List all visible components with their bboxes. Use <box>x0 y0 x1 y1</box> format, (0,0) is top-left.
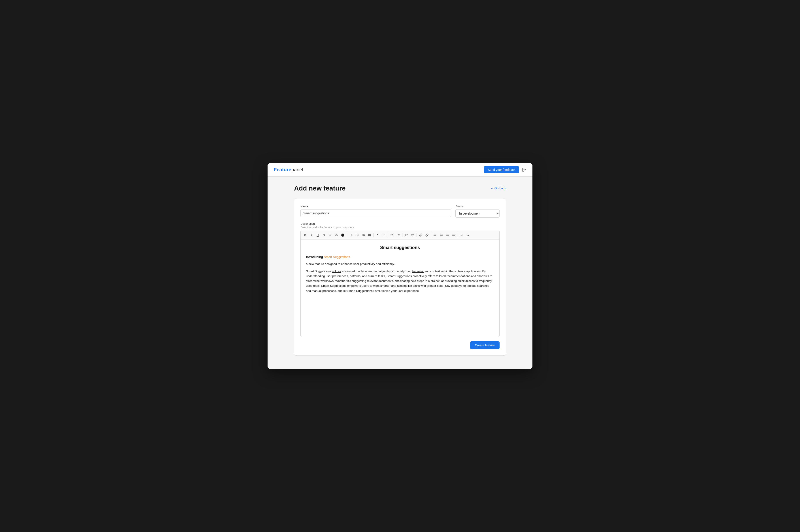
align-left-button[interactable] <box>432 232 438 238</box>
toolbar-sep-3 <box>388 233 388 237</box>
svg-rect-20 <box>446 234 449 234</box>
h3-button[interactable]: H3 <box>361 232 366 238</box>
color-dot <box>341 233 344 236</box>
ordered-list-button[interactable]: 123 <box>395 232 401 238</box>
form-card: Name Status In development Planned Launc… <box>294 198 506 356</box>
svg-rect-19 <box>440 235 443 236</box>
editor-intro: Introducing Smart Suggestions <box>306 254 494 259</box>
svg-rect-9 <box>398 236 400 236</box>
logo-panel-text: panel <box>291 167 303 172</box>
svg-rect-15 <box>434 235 436 235</box>
svg-rect-7 <box>398 234 400 235</box>
color-button[interactable] <box>340 232 346 238</box>
svg-rect-21 <box>447 235 449 235</box>
clear-format-button[interactable]: T̶ <box>327 232 333 238</box>
logout-icon[interactable] <box>522 168 526 172</box>
toolbar-sep-2 <box>374 233 374 237</box>
page-content: Add new feature ← Go back Name Status In… <box>268 176 532 369</box>
description-hint: Describe briefly the feature to your cus… <box>301 226 499 229</box>
description-section: Description Describe briefly the feature… <box>301 222 499 337</box>
svg-rect-14 <box>434 234 436 234</box>
status-label: Status <box>455 205 499 208</box>
svg-rect-23 <box>452 234 455 234</box>
logo-feature-text: Feature <box>274 167 291 172</box>
undo-button[interactable]: ↩ <box>459 232 465 238</box>
create-feature-button[interactable]: Create feature <box>470 341 500 349</box>
name-label: Name <box>301 205 451 208</box>
status-select[interactable]: In development Planned Launched Archived <box>455 209 499 218</box>
h2-button[interactable]: H2 <box>354 232 360 238</box>
strikethrough-button[interactable]: S <box>321 232 327 238</box>
ellipsis-button[interactable]: ••• <box>381 232 387 238</box>
h4-button[interactable]: H4 <box>367 232 373 238</box>
utilizes-text: utilizes <box>332 269 341 273</box>
svg-rect-18 <box>440 235 442 235</box>
bullet-list-button[interactable] <box>389 232 395 238</box>
status-field-group: Status In development Planned Launched A… <box>455 205 499 218</box>
unlink-button[interactable] <box>424 232 430 238</box>
underline-button[interactable]: U <box>315 232 321 238</box>
page-title: Add new feature <box>294 185 345 192</box>
align-justify-button[interactable] <box>451 232 457 238</box>
page-header: Add new feature ← Go back <box>294 185 506 192</box>
italic-button[interactable]: I <box>309 232 315 238</box>
intro-highlight: Smart Suggestions <box>324 255 350 259</box>
code-inline-button[interactable]: </> <box>334 232 340 238</box>
align-right-button[interactable] <box>444 232 450 238</box>
svg-point-4 <box>391 234 391 235</box>
editor-body[interactable]: Smart suggestions Introducing Smart Sugg… <box>301 240 499 337</box>
svg-rect-24 <box>452 235 455 235</box>
intro-prefix: Introducing <box>306 255 324 259</box>
form-footer: Create feature <box>301 341 499 349</box>
svg-rect-16 <box>434 235 436 236</box>
svg-text:3: 3 <box>397 235 397 236</box>
svg-point-5 <box>391 235 391 235</box>
blockquote-button[interactable]: ❝ <box>375 232 381 238</box>
topbar: Featurepanel Send your feedback <box>268 163 532 176</box>
editor-wrapper: B I U S T̶ </> H1 H2 H3 H4 <box>301 231 499 337</box>
go-back-link[interactable]: ← Go back <box>491 187 506 190</box>
editor-content-title: Smart suggestions <box>306 244 494 251</box>
app-window: Featurepanel Send your feedback Add new … <box>268 163 532 369</box>
toolbar-sep-1 <box>347 233 347 237</box>
topbar-right: Send your feedback <box>484 166 526 173</box>
logo: Featurepanel <box>274 167 303 173</box>
superscript-button[interactable]: x2 <box>410 232 416 238</box>
name-status-row: Name Status In development Planned Launc… <box>301 205 499 218</box>
editor-line1: a new feature designed to enhance user p… <box>306 262 494 266</box>
toolbar-sep-6 <box>431 233 431 237</box>
align-center-button[interactable] <box>438 232 444 238</box>
svg-rect-25 <box>452 235 455 236</box>
behavior-text: behavior <box>412 269 424 273</box>
description-label: Description <box>301 222 499 225</box>
redo-button[interactable]: ↪ <box>465 232 471 238</box>
editor-toolbar: B I U S T̶ </> H1 H2 H3 H4 <box>301 231 499 240</box>
svg-line-13 <box>426 234 428 236</box>
name-field-group: Name <box>301 205 451 218</box>
send-feedback-button[interactable]: Send your feedback <box>484 166 519 173</box>
bold-button[interactable]: B <box>302 232 308 238</box>
svg-rect-1 <box>392 234 393 235</box>
link-button[interactable] <box>418 232 424 238</box>
svg-point-6 <box>391 235 391 236</box>
svg-rect-3 <box>392 236 393 236</box>
subscript-button[interactable]: x2 <box>403 232 409 238</box>
svg-rect-8 <box>398 235 400 235</box>
svg-rect-2 <box>392 235 393 235</box>
svg-rect-17 <box>440 234 443 234</box>
name-input[interactable] <box>301 209 451 217</box>
editor-paragraph: Smart Suggestions utilizes advanced mach… <box>306 269 494 293</box>
h1-button[interactable]: H1 <box>348 232 354 238</box>
svg-rect-22 <box>446 235 449 236</box>
